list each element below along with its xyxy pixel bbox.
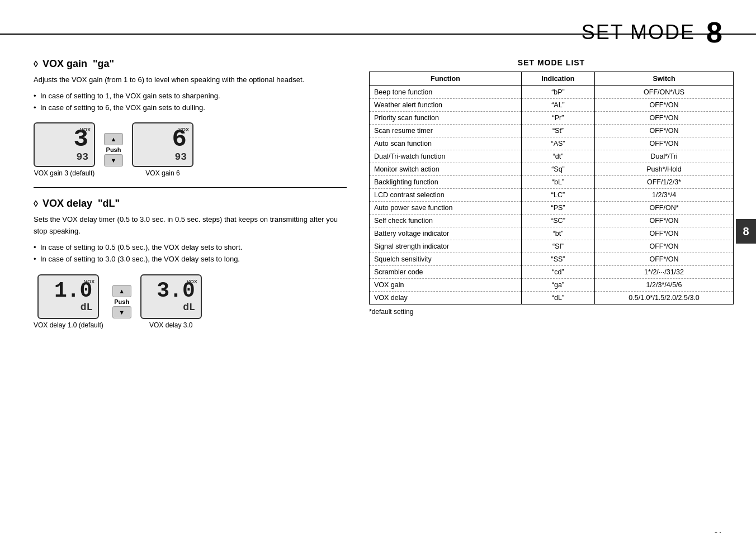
vox-tag-delay2: VOX — [187, 279, 197, 284]
table-cell-14-2: 1*/2/···/31/32 — [595, 266, 734, 279]
table-cell-14-1: “cd” — [521, 266, 594, 279]
vox-gain-caption1: VOX gain 3 (default) — [34, 169, 95, 177]
vox-delay-description: Sets the VOX delay timer (0.5 to 3.0 sec… — [34, 214, 347, 237]
table-row: Squelch sensitivity“SS”OFF*/ON — [370, 253, 734, 266]
vox-tag-gain1: VOX — [80, 127, 91, 132]
vox-gain-title-text: VOX gain "ga" — [42, 58, 114, 70]
table-row: Auto power save function“PS”OFF/ON* — [370, 202, 734, 215]
vox-gain-bullet-2: In case of setting to 6, the VOX gain se… — [34, 102, 347, 114]
diamond-icon-delay: ◊ — [34, 199, 38, 209]
page-number: 8 — [706, 18, 722, 47]
push-down-btn-gain[interactable]: ▼ — [104, 154, 123, 166]
table-row: Weather alert function“AL”OFF*/ON — [370, 99, 734, 112]
table-title: SET MODE LIST — [369, 58, 734, 67]
push-up-btn-gain[interactable]: ▲ — [104, 133, 123, 145]
vox-tag-delay1: VOX — [84, 279, 94, 284]
th-indication: Indication — [521, 72, 594, 86]
main-layout: ◊ VOX gain "ga" Adjusts the VOX gain (fr… — [0, 58, 756, 338]
vox-tag-gain2: VOX — [178, 127, 189, 132]
vox-delay-sub1: dL — [81, 302, 93, 313]
table-cell-13-1: “SS” — [521, 253, 594, 266]
table-cell-11-0: Battery voltage indicator — [370, 227, 522, 240]
table-cell-4-1: “AS” — [521, 137, 594, 150]
table-row: Signal strength indicator“SI”OFF*/ON — [370, 240, 734, 253]
header: SET MODE 8 — [0, 18, 756, 47]
vox-gain-sub2: 93 — [174, 151, 187, 163]
table-cell-15-1: “ga” — [521, 279, 594, 292]
vox-gain-display2: VOX 6 93 — [132, 122, 193, 167]
table-cell-3-1: “St” — [521, 125, 594, 137]
page-container: SET MODE 8 ◊ VOX gain "ga" Adjusts the V… — [0, 18, 756, 533]
push-label-delay: Push — [114, 298, 129, 305]
table-row: Dual/Tri-watch function“dt”Dual*/Tri — [370, 150, 734, 163]
table-row: VOX delay“dL”0.5/1.0*/1.5/2.0/2.5/3.0 — [370, 292, 734, 304]
vox-delay-sub2: dL — [183, 302, 195, 313]
vox-delay-caption1: VOX delay 1.0 (default) — [34, 321, 103, 329]
table-cell-1-2: OFF*/ON — [595, 99, 734, 112]
vox-gain-description: Adjusts the VOX gain (from 1 to 6) to le… — [34, 74, 347, 86]
vox-delay-section-title: ◊ VOX delay "dL" — [34, 198, 347, 210]
table-cell-0-0: Beep tone function — [370, 86, 522, 99]
push-up-btn-delay[interactable]: ▲ — [112, 285, 131, 297]
table-cell-7-2: OFF/1/2/3* — [595, 176, 734, 189]
table-cell-15-2: 1/2/3*/4/5/6 — [595, 279, 734, 292]
table-cell-5-0: Dual/Tri-watch function — [370, 150, 522, 163]
table-cell-16-0: VOX delay — [370, 292, 522, 304]
table-cell-12-0: Signal strength indicator — [370, 240, 522, 253]
table-cell-1-1: “AL” — [521, 99, 594, 112]
vox-gain-bullet-1: In case of setting to 1, the VOX gain se… — [34, 91, 347, 102]
table-cell-3-2: OFF*/ON — [595, 125, 734, 137]
table-body: Beep tone function“bP”OFF/ON*/USWeather … — [370, 86, 734, 304]
table-cell-16-1: “dL” — [521, 292, 594, 304]
page-title: SET MODE — [582, 21, 695, 44]
bottom-page-number: 21 — [714, 531, 722, 533]
vox-delay-devices-row: VOX 1.0 dL VOX delay 1.0 (default) ▲ Pus… — [34, 274, 347, 329]
table-cell-0-2: OFF/ON*/US — [595, 86, 734, 99]
table-row: Scan resume timer“St”OFF*/ON — [370, 125, 734, 137]
vox-gain-devices-row: VOX 3 93 VOX gain 3 (default) ▲ Push ▼ V… — [34, 122, 347, 177]
page-side-badge: 8 — [736, 219, 756, 244]
vox-gain-caption2: VOX gain 6 — [145, 169, 179, 177]
table-cell-9-1: “PS” — [521, 202, 594, 215]
vox-gain-display1: VOX 3 93 — [34, 122, 95, 167]
table-cell-10-2: OFF*/ON — [595, 215, 734, 227]
right-column: SET MODE LIST Function Indication Switch… — [369, 58, 734, 338]
table-cell-12-1: “SI” — [521, 240, 594, 253]
table-cell-4-0: Auto scan function — [370, 137, 522, 150]
table-row: Monitor switch action“Sq”Push*/Hold — [370, 163, 734, 176]
diamond-icon-gain: ◊ — [34, 59, 38, 69]
table-cell-16-2: 0.5/1.0*/1.5/2.0/2.5/3.0 — [595, 292, 734, 304]
table-cell-5-2: Dual*/Tri — [595, 150, 734, 163]
push-label-gain: Push — [106, 146, 121, 153]
table-cell-8-2: 1/2/3*/4 — [595, 189, 734, 202]
th-function: Function — [370, 72, 522, 86]
table-cell-2-2: OFF*/ON — [595, 112, 734, 125]
push-button-area-gain: ▲ Push ▼ — [104, 133, 123, 166]
table-cell-8-0: LCD contrast selection — [370, 189, 522, 202]
table-cell-11-2: OFF*/ON — [595, 227, 734, 240]
table-cell-9-2: OFF/ON* — [595, 202, 734, 215]
vox-gain-bullets: In case of setting to 1, the VOX gain se… — [34, 91, 347, 114]
default-note: *default setting — [369, 308, 734, 316]
vox-delay-display2: VOX 3.0 dL — [140, 274, 202, 319]
vox-gain-display1-wrapper: VOX 3 93 VOX gain 3 (default) — [34, 122, 95, 177]
table-header-row: Function Indication Switch — [370, 72, 734, 86]
vox-delay-bullet-2: In case of setting to 3.0 (3.0 sec.), th… — [34, 254, 347, 265]
table-row: Auto scan function“AS”OFF*/ON — [370, 137, 734, 150]
push-down-btn-delay[interactable]: ▼ — [112, 306, 131, 318]
table-cell-1-0: Weather alert function — [370, 99, 522, 112]
table-cell-14-0: Scrambler code — [370, 266, 522, 279]
vox-gain-sub1: 93 — [76, 151, 88, 163]
table-cell-5-1: “dt” — [521, 150, 594, 163]
table-cell-0-1: “bP” — [521, 86, 594, 99]
mode-table: Function Indication Switch Beep tone fun… — [369, 72, 734, 304]
left-column: ◊ VOX gain "ga" Adjusts the VOX gain (fr… — [34, 58, 347, 338]
table-cell-6-1: “Sq” — [521, 163, 594, 176]
vox-delay-display1-wrapper: VOX 1.0 dL VOX delay 1.0 (default) — [34, 274, 103, 329]
table-cell-9-0: Auto power save function — [370, 202, 522, 215]
table-cell-6-0: Monitor switch action — [370, 163, 522, 176]
top-border — [0, 34, 756, 35]
table-cell-2-0: Priority scan function — [370, 112, 522, 125]
bottom-bar: 21 — [0, 531, 756, 533]
section-separator — [34, 187, 347, 188]
